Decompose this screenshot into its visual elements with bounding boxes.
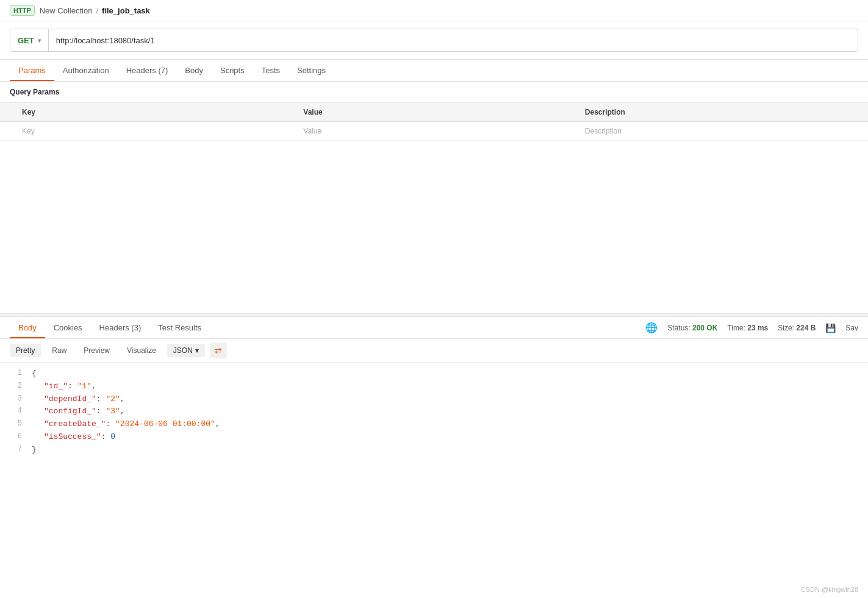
checkbox-col-header	[0, 103, 15, 122]
json-val-issuccess: 0	[110, 432, 115, 441]
json-val-dependid: "2"	[106, 394, 120, 404]
json-key-id: "id_"	[44, 382, 68, 391]
json-viewer: 1 { 2 "id_": "1", 3 "dependId_": "2", 4 …	[0, 363, 868, 524]
json-val-id: "1"	[77, 382, 91, 391]
tab-params[interactable]: Params	[10, 60, 54, 81]
json-key-issuccess: "isSuccess_"	[44, 432, 101, 441]
value-col-header: Value	[296, 103, 578, 122]
row-key[interactable]: Key	[15, 122, 296, 141]
line-num-4: 4	[5, 405, 22, 418]
status-area: 🌐 Status: 200 OK Time: 23 ms Size: 224 B…	[645, 322, 858, 333]
json-line-3: 3 "dependId_": "2",	[0, 393, 868, 406]
line-num-5: 5	[5, 418, 22, 431]
app-header: HTTP New Collection / file_job_task	[0, 0, 868, 21]
response-tab-headers[interactable]: Headers (3)	[91, 317, 150, 338]
response-tab-body[interactable]: Body	[10, 317, 45, 338]
tab-tests[interactable]: Tests	[253, 60, 289, 81]
desc-col-header: Description	[578, 103, 868, 122]
key-col-header: Key	[15, 103, 296, 122]
query-params-label: Query Params	[0, 82, 868, 102]
json-bracket-open: {	[32, 368, 37, 380]
line-num-6: 6	[5, 431, 22, 444]
json-key-dependid: "dependId_"	[44, 394, 96, 404]
breadcrumb: New Collection / file_job_task	[40, 6, 150, 15]
size-label: Size: 224 B	[778, 324, 816, 332]
format-btn-raw[interactable]: Raw	[46, 344, 73, 357]
method-select[interactable]: GET ▾	[10, 29, 49, 51]
format-bar: Pretty Raw Preview Visualize JSON ▾ ⇄	[0, 339, 868, 363]
format-btn-preview[interactable]: Preview	[77, 344, 116, 357]
url-bar-section: GET ▾	[0, 21, 868, 60]
time-label: Time: 23 ms	[727, 324, 768, 332]
format-btn-pretty[interactable]: Pretty	[10, 344, 41, 357]
response-tab-cookies[interactable]: Cookies	[45, 317, 91, 338]
json-val-createdate: "2024-06-06 01:00:00"	[115, 419, 215, 429]
globe-icon: 🌐	[645, 322, 658, 333]
json-line-1: 1 {	[0, 368, 868, 380]
row-value[interactable]: Value	[296, 122, 578, 141]
line-num-1: 1	[5, 368, 22, 380]
json-line-5: 5 "createDate_": "2024-06-06 01:00:00",	[0, 418, 868, 431]
tab-headers[interactable]: Headers (7)	[118, 60, 177, 81]
chevron-down-icon: ▾	[195, 346, 199, 355]
json-key-createdate: "createDate_"	[44, 419, 106, 429]
wrap-button[interactable]: ⇄	[210, 343, 227, 358]
url-bar: GET ▾	[10, 29, 858, 52]
json-bracket-close: }	[32, 444, 37, 457]
format-select[interactable]: JSON ▾	[167, 344, 205, 357]
tab-authorization[interactable]: Authorization	[54, 60, 118, 81]
url-input[interactable]	[49, 36, 858, 45]
tab-scripts[interactable]: Scripts	[212, 60, 253, 81]
params-table: Key Value Description Key Value Descript…	[0, 102, 868, 141]
row-description[interactable]: Description	[578, 122, 868, 141]
breadcrumb-parent[interactable]: New Collection	[40, 6, 93, 15]
json-line-2: 2 "id_": "1",	[0, 380, 868, 393]
time-value: 23 ms	[747, 324, 768, 332]
breadcrumb-current: file_job_task	[102, 6, 150, 15]
json-line-6: 6 "isSuccess_": 0	[0, 431, 868, 444]
status-value: 200 OK	[692, 324, 717, 332]
json-val-configid: "3"	[106, 407, 120, 416]
tab-body[interactable]: Body	[176, 60, 212, 81]
tab-settings[interactable]: Settings	[289, 60, 334, 81]
size-value: 224 B	[796, 324, 816, 332]
response-section: Body Cookies Headers (3) Test Results 🌐 …	[0, 317, 868, 524]
row-checkbox[interactable]	[0, 122, 15, 141]
query-params-section: Query Params Key Value Description Key V…	[0, 82, 868, 313]
response-tab-test-results[interactable]: Test Results	[149, 317, 210, 338]
line-num-3: 3	[5, 393, 22, 406]
wrap-icon: ⇄	[215, 346, 222, 355]
json-line-7: 7 }	[0, 444, 868, 457]
method-label: GET	[18, 36, 34, 45]
format-btn-visualize[interactable]: Visualize	[121, 344, 162, 357]
save-icon[interactable]: 💾	[825, 323, 836, 333]
status-label: Status: 200 OK	[667, 324, 717, 332]
chevron-down-icon: ▾	[38, 37, 41, 44]
request-tabs-bar: Params Authorization Headers (7) Body Sc…	[0, 60, 868, 82]
table-row: Key Value Description	[0, 122, 868, 141]
line-num-7: 7	[5, 444, 22, 457]
response-tabs-bar: Body Cookies Headers (3) Test Results 🌐 …	[0, 317, 868, 339]
breadcrumb-separator: /	[96, 6, 98, 15]
line-num-2: 2	[5, 380, 22, 393]
json-line-4: 4 "configId_": "3",	[0, 405, 868, 418]
json-key-configid: "configId_"	[44, 407, 96, 416]
save-label[interactable]: Sav	[845, 324, 858, 332]
http-badge: HTTP	[10, 5, 35, 16]
format-select-label: JSON	[173, 346, 193, 355]
